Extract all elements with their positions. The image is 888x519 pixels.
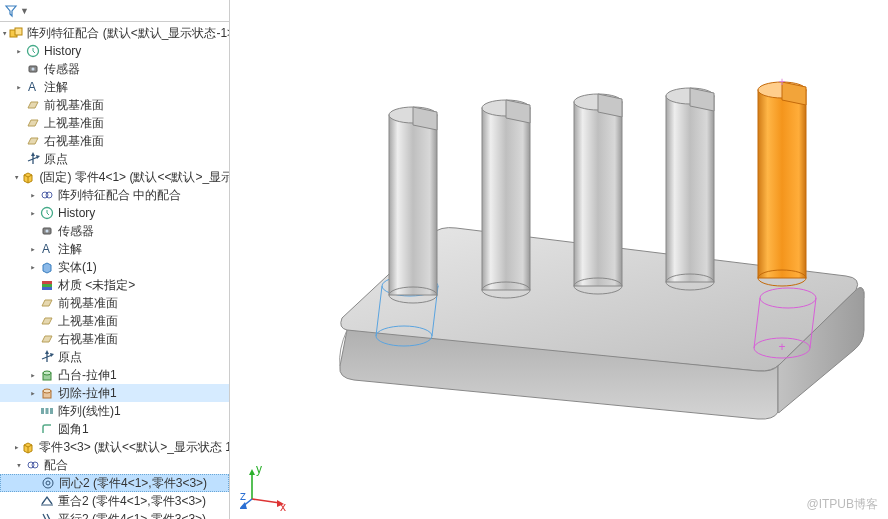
axis-triad[interactable]: y x z: [240, 461, 290, 511]
annot-icon: A: [39, 241, 55, 257]
svg-line-65: [252, 499, 280, 503]
plane-icon: [25, 133, 41, 149]
3d-viewport[interactable]: +: [230, 0, 888, 519]
cut-icon: [39, 385, 55, 401]
tree-node-label: 阵列特征配合 中的配合: [58, 186, 181, 204]
tree-node-7[interactable]: 原点: [0, 150, 229, 168]
conc-icon: [40, 475, 56, 491]
expander-icon[interactable]: ▸: [14, 442, 19, 452]
expander-icon[interactable]: ▾: [2, 28, 7, 38]
svg-rect-25: [50, 408, 53, 414]
tree-node-13[interactable]: ▸实体(1): [0, 258, 229, 276]
cylinder-4[interactable]: [666, 88, 714, 290]
svg-rect-23: [41, 408, 44, 414]
cylinder-3[interactable]: [574, 94, 622, 294]
expander-icon: [28, 352, 38, 362]
expander-icon: [28, 226, 38, 236]
tree-node-label: 零件3<3> (默认<<默认>_显示状态 1:: [39, 438, 230, 456]
expander-icon: [14, 136, 24, 146]
tree-node-20[interactable]: ▸切除-拉伸1: [0, 384, 229, 402]
tree-node-label: 圆角1: [58, 420, 89, 438]
tree-node-25[interactable]: 同心2 (零件4<1>,零件3<3>): [0, 474, 229, 492]
svg-rect-1: [15, 28, 22, 35]
expander-icon[interactable]: ▸: [28, 388, 38, 398]
svg-marker-18: [50, 353, 54, 357]
plane-icon: [39, 295, 55, 311]
tree-node-22[interactable]: 圆角1: [0, 420, 229, 438]
feature-tree: ▾阵列特征配合 (默认<默认_显示状态-1>)▸History传感器▸A注解前视…: [0, 22, 229, 519]
expander-icon: [28, 316, 38, 326]
tree-node-label: 原点: [44, 150, 68, 168]
part-icon: [20, 439, 36, 455]
expander-icon[interactable]: ▸: [28, 262, 38, 272]
tree-node-label: (固定) 零件4<1> (默认<<默认>_显示: [39, 168, 230, 186]
tree-node-27[interactable]: 平行2 (零件4<1>,零件3<3>): [0, 510, 229, 519]
tree-node-label: 注解: [58, 240, 82, 258]
tree-node-11[interactable]: 传感器: [0, 222, 229, 240]
plane-icon: [25, 115, 41, 131]
plane-icon: [25, 97, 41, 113]
tree-node-23[interactable]: ▸零件3<3> (默认<<默认>_显示状态 1:: [0, 438, 229, 456]
expander-icon: [29, 478, 39, 488]
tree-node-18[interactable]: 原点: [0, 348, 229, 366]
tree-node-17[interactable]: 右视基准面: [0, 330, 229, 348]
tree-node-10[interactable]: ▸History: [0, 204, 229, 222]
tree-node-14[interactable]: 材质 <未指定>: [0, 276, 229, 294]
expander-icon[interactable]: ▸: [28, 190, 38, 200]
svg-marker-17: [45, 350, 49, 354]
filter-icon[interactable]: [4, 4, 18, 18]
expander-icon: [28, 406, 38, 416]
svg-rect-14: [42, 281, 52, 284]
tree-node-9[interactable]: ▸阵列特征配合 中的配合: [0, 186, 229, 204]
expander-icon[interactable]: ▸: [28, 244, 38, 254]
tree-node-3[interactable]: ▸A注解: [0, 78, 229, 96]
svg-marker-63: [249, 469, 255, 475]
cylinder-2[interactable]: [482, 100, 530, 298]
svg-rect-24: [46, 408, 49, 414]
hist-icon: [25, 43, 41, 59]
expander-icon[interactable]: ▾: [14, 460, 24, 470]
tree-node-label: 重合2 (零件4<1>,零件3<3>): [58, 492, 206, 510]
svg-marker-6: [31, 152, 35, 156]
tree-node-26[interactable]: 重合2 (零件4<1>,零件3<3>): [0, 492, 229, 510]
fillet-icon: [39, 421, 55, 437]
cylinder-5-selected[interactable]: +: [758, 75, 806, 286]
svg-point-22: [43, 389, 51, 393]
expander-icon[interactable]: ▸: [28, 208, 38, 218]
expander-icon: [28, 280, 38, 290]
tree-node-1[interactable]: ▸History: [0, 42, 229, 60]
filter-dropdown-icon[interactable]: ▼: [20, 6, 29, 16]
expander-icon[interactable]: ▸: [28, 370, 38, 380]
svg-text:z: z: [240, 489, 246, 503]
tree-node-0[interactable]: ▾阵列特征配合 (默认<默认_显示状态-1>): [0, 24, 229, 42]
tree-node-15[interactable]: 前视基准面: [0, 294, 229, 312]
cylinder-1[interactable]: [389, 107, 437, 303]
expander-icon[interactable]: ▾: [14, 172, 19, 182]
tree-node-label: 注解: [44, 78, 68, 96]
mate-f-icon: [39, 187, 55, 203]
tree-node-5[interactable]: 上视基准面: [0, 114, 229, 132]
tree-node-6[interactable]: 右视基准面: [0, 132, 229, 150]
tree-node-16[interactable]: 上视基准面: [0, 312, 229, 330]
sensor-icon: [39, 223, 55, 239]
tree-node-label: 阵列特征配合 (默认<默认_显示状态-1>): [27, 24, 230, 42]
tree-node-2[interactable]: 传感器: [0, 60, 229, 78]
tree-node-label: History: [44, 42, 81, 60]
tree-node-label: 凸台-拉伸1: [58, 366, 117, 384]
tree-node-24[interactable]: ▾配合: [0, 456, 229, 474]
expander-icon[interactable]: ▸: [14, 82, 24, 92]
part-f-icon: [20, 169, 36, 185]
svg-text:x: x: [280, 500, 286, 511]
expander-icon: [14, 154, 24, 164]
svg-point-9: [46, 192, 52, 198]
tree-node-21[interactable]: 阵列(线性)1: [0, 402, 229, 420]
expander-icon: [28, 298, 38, 308]
tree-node-4[interactable]: 前视基准面: [0, 96, 229, 114]
tree-node-8[interactable]: ▾(固定) 零件4<1> (默认<<默认>_显示: [0, 168, 229, 186]
pattern-icon: [39, 403, 55, 419]
svg-text:y: y: [256, 462, 262, 476]
expander-icon[interactable]: ▸: [14, 46, 24, 56]
tree-node-12[interactable]: ▸A注解: [0, 240, 229, 258]
tree-node-label: 前视基准面: [44, 96, 104, 114]
tree-node-19[interactable]: ▸凸台-拉伸1: [0, 366, 229, 384]
